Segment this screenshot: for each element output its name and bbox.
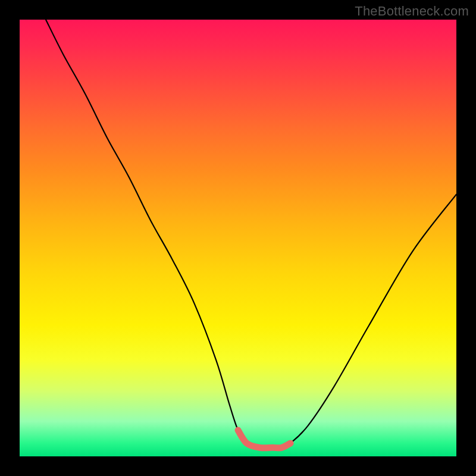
curve-red-floor [238,430,290,448]
chart-svg [20,20,456,456]
plot-area [20,20,456,456]
watermark-text: TheBottleneck.com [355,4,469,19]
chart-frame: TheBottleneck.com [0,0,476,476]
curve-black [46,20,456,448]
